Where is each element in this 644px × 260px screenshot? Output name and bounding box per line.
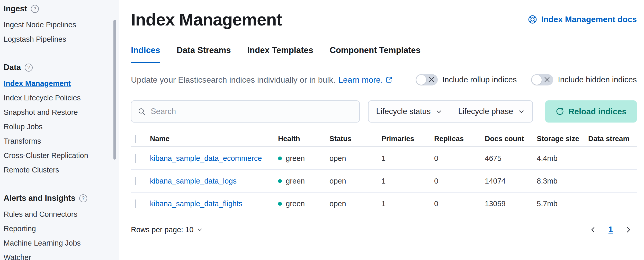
column-header-replicas[interactable]: Replicas xyxy=(434,135,485,143)
column-header-docs-count[interactable]: Docs count xyxy=(485,135,537,143)
column-header-storage-size[interactable]: Storage size xyxy=(537,135,588,143)
chevron-down-icon xyxy=(197,227,203,232)
lifebuoy-icon xyxy=(528,15,537,24)
tab-index-templates[interactable]: Index Templates xyxy=(247,45,313,63)
table-row: kibana_sample_data_ecommerce green open … xyxy=(131,147,637,170)
page-number[interactable]: 1 xyxy=(609,225,613,234)
status-value: open xyxy=(329,154,381,163)
info-text: Update your Elasticsearch indices indivi… xyxy=(131,75,392,85)
sidebar-item-machine-learning-jobs[interactable]: Machine Learning Jobs xyxy=(4,236,112,250)
chevron-right-icon[interactable] xyxy=(625,226,632,233)
sidebar-item-reporting[interactable]: Reporting xyxy=(4,221,112,236)
chevron-left-icon[interactable] xyxy=(590,226,597,233)
table-row: kibana_sample_data_logs green open 1 0 1… xyxy=(131,170,637,193)
switch-knob xyxy=(416,75,426,85)
sidebar-item-logstash-pipelines[interactable]: Logstash Pipelines xyxy=(4,32,112,46)
learn-more-link[interactable]: Learn more. xyxy=(338,75,392,85)
info-text-body: Update your Elasticsearch indices indivi… xyxy=(131,75,335,85)
sidebar-item-rules-and-connectors[interactable]: Rules and Connectors xyxy=(4,207,112,221)
sidebar-scrollbar[interactable] xyxy=(113,20,116,160)
storage-size-value: 8.3mb xyxy=(537,177,588,185)
include-hidden-indices-toggle[interactable]: Include hidden indices xyxy=(531,74,637,85)
lifecycle-phase-filter[interactable]: Lifecycle phase xyxy=(450,101,532,122)
external-link-icon xyxy=(386,76,392,83)
docs-link[interactable]: Index Management docs xyxy=(528,15,637,24)
sidebar-item-remote-clusters[interactable]: Remote Clusters xyxy=(4,163,112,177)
column-header-data-stream[interactable]: Data stream xyxy=(588,135,637,143)
index-name-link[interactable]: kibana_sample_data_logs xyxy=(150,177,237,185)
storage-size-value: 5.7mb xyxy=(537,200,588,208)
replicas-value: 0 xyxy=(434,177,485,185)
rows-per-page-selector[interactable]: Rows per page: 10 xyxy=(131,226,203,234)
x-icon xyxy=(543,76,551,83)
table-row: kibana_sample_data_flights green open 1 … xyxy=(131,193,637,215)
select-all-checkbox[interactable] xyxy=(135,135,136,143)
sidebar-item-index-management[interactable]: Index Management xyxy=(4,76,112,91)
row-checkbox[interactable] xyxy=(135,177,136,185)
lifecycle-filter-group: Lifecycle status Lifecycle phase xyxy=(368,100,533,123)
row-checkbox[interactable] xyxy=(135,154,136,163)
learn-more-label: Learn more. xyxy=(338,75,383,85)
sidebar-item-snapshot-and-restore[interactable]: Snapshot and Restore xyxy=(4,105,112,119)
lifecycle-status-filter[interactable]: Lifecycle status xyxy=(369,101,450,122)
sidebar-section-data: Data ? Index Management Index Lifecycle … xyxy=(4,63,112,177)
tab-indices[interactable]: Indices xyxy=(131,45,160,63)
health-value: green xyxy=(286,154,305,163)
section-title-text: Alerts and Insights xyxy=(4,194,75,203)
toggle-label: Include hidden indices xyxy=(558,75,637,84)
primaries-value: 1 xyxy=(381,177,434,185)
sidebar-item-cross-cluster-replication[interactable]: Cross-Cluster Replication xyxy=(4,148,112,163)
column-header-health[interactable]: Health xyxy=(278,135,329,143)
sidebar-item-watcher[interactable]: Watcher xyxy=(4,250,112,260)
filter-label: Lifecycle phase xyxy=(458,107,513,116)
chevron-down-icon xyxy=(518,108,525,115)
controls-row: Lifecycle status Lifecycle phase xyxy=(131,100,637,123)
toggle-group: Include rollup indices Include hidden in… xyxy=(416,74,637,85)
replicas-value: 0 xyxy=(434,154,485,163)
column-header-primaries[interactable]: Primaries xyxy=(381,135,434,143)
column-header-name[interactable]: Name xyxy=(150,135,278,143)
info-row: Update your Elasticsearch indices indivi… xyxy=(131,74,637,85)
page-header: Index Management Index Management docs xyxy=(131,9,637,30)
docs-link-label: Index Management docs xyxy=(541,15,637,24)
rows-per-page-label: Rows per page: 10 xyxy=(131,226,193,234)
health-value: green xyxy=(286,200,305,208)
sidebar-item-ingest-node-pipelines[interactable]: Ingest Node Pipelines xyxy=(4,18,112,32)
question-circle-icon[interactable]: ? xyxy=(25,64,33,72)
health-value: green xyxy=(286,177,305,185)
section-title-text: Ingest xyxy=(4,4,27,13)
management-sidebar: Ingest ? Ingest Node Pipelines Logstash … xyxy=(0,0,119,260)
switch-off xyxy=(531,74,553,85)
question-circle-icon[interactable]: ? xyxy=(31,5,39,13)
search-box xyxy=(131,100,360,123)
switch-off xyxy=(416,74,438,85)
index-name-link[interactable]: kibana_sample_data_flights xyxy=(150,200,243,208)
question-circle-icon[interactable]: ? xyxy=(79,194,87,202)
sidebar-section-alerts-insights: Alerts and Insights ? Rules and Connecto… xyxy=(4,194,112,260)
page-controls: 1 xyxy=(590,225,632,234)
tabs: Indices Data Streams Index Templates Com… xyxy=(131,45,637,63)
primaries-value: 1 xyxy=(381,200,434,208)
magnifier-icon xyxy=(138,107,146,116)
sidebar-item-index-lifecycle-policies[interactable]: Index Lifecycle Policies xyxy=(4,91,112,105)
chevron-down-icon xyxy=(436,108,442,115)
health-dot-icon xyxy=(278,157,282,160)
toggle-label: Include rollup indices xyxy=(442,75,517,84)
primaries-value: 1 xyxy=(381,154,434,163)
reload-indices-button[interactable]: Reload indices xyxy=(545,100,637,123)
sidebar-item-rollup-jobs[interactable]: Rollup Jobs xyxy=(4,119,112,134)
column-header-status[interactable]: Status xyxy=(329,135,381,143)
sidebar-section-title-alerts-insights: Alerts and Insights ? xyxy=(4,194,112,203)
tab-data-streams[interactable]: Data Streams xyxy=(177,45,231,63)
tab-component-templates[interactable]: Component Templates xyxy=(330,45,421,63)
sidebar-section-ingest: Ingest ? Ingest Node Pipelines Logstash … xyxy=(4,4,112,46)
index-name-link[interactable]: kibana_sample_data_ecommerce xyxy=(150,154,262,162)
status-value: open xyxy=(329,177,381,185)
docs-count-value: 14074 xyxy=(485,177,537,185)
row-checkbox[interactable] xyxy=(135,200,136,208)
search-input[interactable] xyxy=(151,107,353,116)
include-rollup-indices-toggle[interactable]: Include rollup indices xyxy=(416,74,517,85)
switch-knob xyxy=(532,75,542,85)
sidebar-item-transforms[interactable]: Transforms xyxy=(4,134,112,148)
sidebar-section-title-data: Data ? xyxy=(4,63,112,72)
